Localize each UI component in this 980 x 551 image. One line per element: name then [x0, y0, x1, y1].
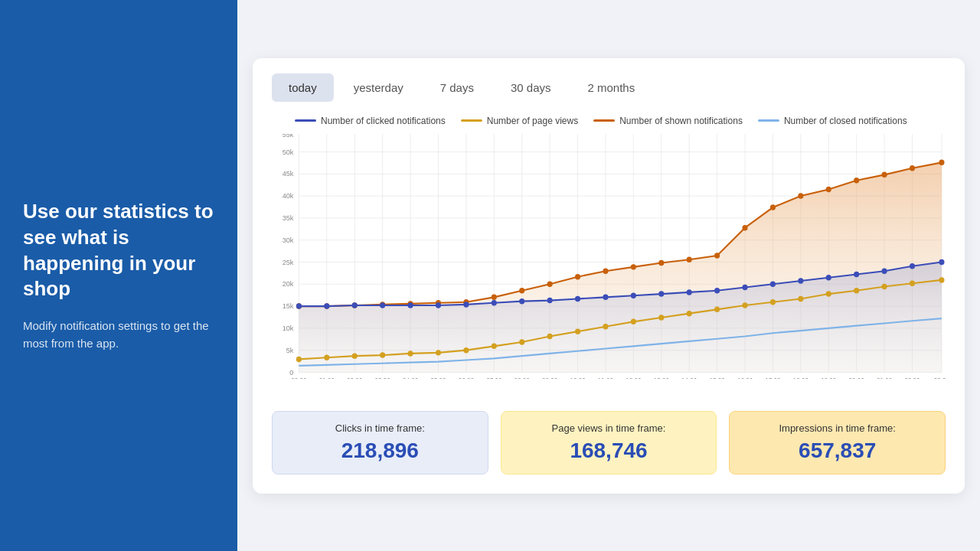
- legend-clicked-icon: [295, 119, 316, 122]
- clicked-dot: [770, 281, 776, 286]
- clicked-dot: [742, 284, 747, 289]
- svg-text:35k: 35k: [283, 214, 294, 221]
- legend-shown: Number of shown notifications: [593, 116, 743, 126]
- stat-clicks-value: 218,896: [288, 439, 472, 463]
- svg-text:20:00: 20:00: [849, 377, 865, 379]
- svg-text:10k: 10k: [283, 324, 294, 331]
- clicked-dot: [352, 302, 358, 308]
- legend-shown-icon: [593, 119, 615, 122]
- svg-text:23:00: 23:00: [934, 377, 946, 379]
- clicked-dot: [408, 302, 413, 308]
- stats-row: Clicks in time frame: 218,896 Page views…: [272, 411, 946, 474]
- pageviews-dot: [324, 354, 329, 360]
- pageviews-dot: [658, 315, 664, 320]
- shown-dot: [798, 193, 803, 198]
- clicked-dot: [854, 271, 859, 276]
- stat-impressions: Impressions in time frame: 657,837: [729, 411, 946, 474]
- stat-clicks: Clicks in time frame: 218,896: [272, 411, 488, 474]
- pageviews-dot: [798, 295, 803, 301]
- tab-30days[interactable]: 30 days: [494, 73, 568, 102]
- svg-text:09:00: 09:00: [542, 377, 558, 379]
- clicked-dot: [519, 298, 524, 303]
- stat-pageviews-label: Page views in time frame:: [517, 422, 701, 434]
- clicked-dot: [714, 288, 720, 293]
- svg-text:16:00: 16:00: [737, 377, 753, 379]
- shown-dot: [714, 253, 720, 258]
- svg-text:17:00: 17:00: [765, 377, 781, 379]
- pageviews-dot: [603, 324, 608, 329]
- legend-pageviews-label: Number of page views: [487, 116, 578, 126]
- clicked-dot: [798, 278, 803, 283]
- clicked-dot: [436, 302, 441, 308]
- sub-text: Modify notification settings to get the …: [23, 318, 214, 352]
- pageviews-dot: [939, 277, 944, 282]
- tab-2months[interactable]: 2 months: [571, 73, 652, 102]
- tab-yesterday[interactable]: yesterday: [337, 73, 420, 102]
- clicked-dot: [296, 303, 302, 308]
- svg-text:21:00: 21:00: [877, 377, 893, 379]
- legend-closed-icon: [758, 119, 779, 122]
- chart-area: Number of clicked notifications Number o…: [272, 116, 946, 399]
- svg-text:15k: 15k: [283, 302, 294, 310]
- pageviews-dot: [854, 288, 859, 293]
- clicked-dot: [324, 303, 329, 308]
- stat-impressions-label: Impressions in time frame:: [745, 422, 929, 434]
- shown-dot: [826, 186, 831, 191]
- svg-text:08:00: 08:00: [514, 377, 531, 379]
- clicked-dot: [631, 292, 636, 298]
- svg-text:45k: 45k: [283, 170, 294, 178]
- pageviews-dot: [492, 343, 497, 348]
- pageviews-dot: [547, 333, 553, 338]
- clicked-dot: [575, 295, 580, 301]
- chart-svg: 0 5k 10k 15k 20k 25k 30k 35k 40k 45k 50k…: [272, 134, 946, 379]
- pageviews-dot: [519, 339, 524, 344]
- clicked-dot: [380, 302, 385, 308]
- pageviews-dot: [631, 318, 636, 324]
- shown-dot: [603, 268, 608, 273]
- pageviews-dot: [296, 356, 302, 361]
- shown-dot: [658, 259, 664, 265]
- left-panel: Use our statistics to see what is happen…: [0, 0, 237, 551]
- shown-dot: [519, 288, 524, 293]
- shown-dot: [742, 224, 747, 230]
- svg-text:40k: 40k: [283, 192, 294, 200]
- clicked-dot: [687, 289, 692, 295]
- clicked-dot: [882, 268, 887, 273]
- clicked-dot: [492, 300, 497, 305]
- stat-pageviews-value: 168,746: [517, 439, 701, 463]
- shown-dot: [575, 273, 580, 279]
- svg-text:04:00: 04:00: [403, 377, 419, 379]
- svg-text:14:00: 14:00: [681, 377, 697, 379]
- svg-text:10:00: 10:00: [570, 377, 586, 379]
- pageviews-dot: [352, 353, 358, 358]
- tab-today[interactable]: today: [272, 73, 334, 102]
- svg-text:13:00: 13:00: [654, 377, 670, 379]
- pageviews-dot: [408, 350, 413, 356]
- svg-text:55k: 55k: [283, 134, 294, 139]
- svg-text:22:00: 22:00: [904, 377, 920, 379]
- svg-text:07:00: 07:00: [486, 377, 502, 379]
- legend-clicked-label: Number of clicked notifications: [321, 116, 446, 126]
- pageviews-dot: [687, 310, 692, 315]
- stat-clicks-label: Clicks in time frame:: [288, 422, 472, 434]
- svg-text:02:00: 02:00: [347, 377, 363, 379]
- shown-dot: [492, 294, 497, 299]
- chart-legend: Number of clicked notifications Number o…: [272, 116, 946, 126]
- svg-text:50k: 50k: [283, 148, 294, 155]
- legend-shown-label: Number of shown notifications: [619, 116, 743, 126]
- pageviews-dot: [575, 328, 580, 334]
- pageviews-dot: [742, 302, 747, 308]
- svg-text:01:00: 01:00: [319, 377, 335, 379]
- pageviews-dot: [770, 299, 776, 305]
- svg-text:20k: 20k: [283, 280, 294, 288]
- clicked-dot: [603, 294, 608, 299]
- svg-text:12:00: 12:00: [626, 377, 642, 379]
- dashboard-card: today yesterday 7 days 30 days 2 months …: [253, 58, 965, 494]
- svg-text:18:00: 18:00: [793, 377, 809, 379]
- svg-text:30k: 30k: [283, 236, 294, 243]
- tab-7days[interactable]: 7 days: [423, 73, 491, 102]
- svg-text:11:00: 11:00: [598, 377, 614, 379]
- stat-pageviews: Page views in time frame: 168,746: [501, 411, 717, 474]
- svg-text:06:00: 06:00: [459, 377, 475, 379]
- stat-impressions-value: 657,837: [745, 439, 929, 463]
